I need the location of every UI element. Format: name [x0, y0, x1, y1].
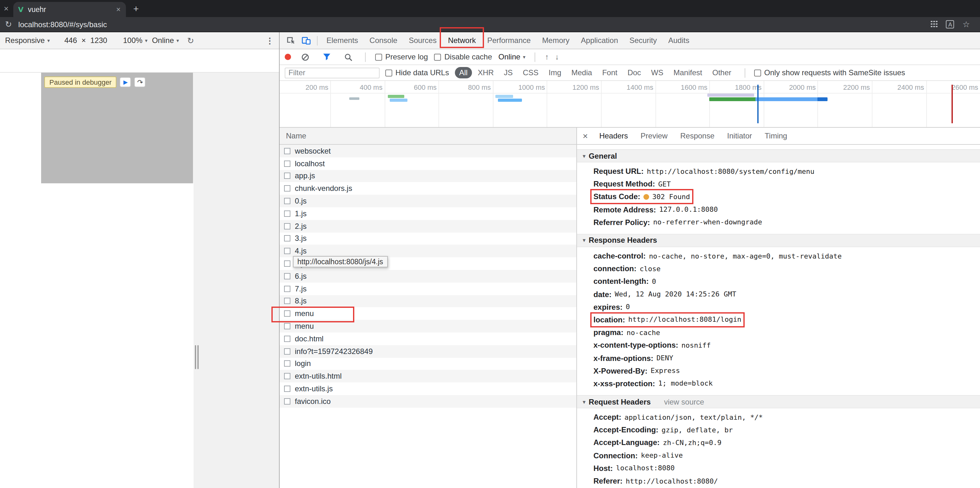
- request-row[interactable]: 8.js: [280, 295, 576, 307]
- header-key: Status Code:: [593, 192, 640, 201]
- request-name: chunk-vendors.js: [295, 184, 352, 193]
- request-table-header[interactable]: Name: [280, 128, 576, 145]
- request-row[interactable]: extn-utils.js: [280, 382, 576, 395]
- request-row[interactable]: 7.js: [280, 282, 576, 295]
- step-over-button[interactable]: ↷: [134, 77, 146, 87]
- bookmark-star-icon[interactable]: ☆: [963, 20, 970, 29]
- page-scrollbar-handle[interactable]: [197, 345, 199, 369]
- resource-filter-pill[interactable]: JS: [500, 67, 517, 78]
- network-throttling-select[interactable]: Online ▾: [498, 52, 525, 61]
- devtools-tab[interactable]: Security: [624, 32, 663, 49]
- section-header[interactable]: ▾ Response Headers: [577, 234, 980, 247]
- request-row[interactable]: menu: [280, 320, 576, 333]
- request-row[interactable]: 4.js: [280, 245, 576, 258]
- reload-icon[interactable]: ↻: [5, 20, 12, 29]
- request-row[interactable]: chunk-vendors.js: [280, 182, 576, 195]
- request-row[interactable]: menu: [280, 307, 576, 320]
- details-tab[interactable]: Initiator: [722, 127, 758, 144]
- waterfall-bar: [818, 97, 827, 101]
- browser-tab[interactable]: V vuehr ×: [13, 2, 126, 17]
- request-row[interactable]: info?t=1597242326849: [280, 345, 576, 358]
- section-header[interactable]: ▾ Request Headers view source: [577, 395, 980, 408]
- devtools-tab[interactable]: Memory: [536, 32, 576, 49]
- devtools-tab[interactable]: Console: [364, 32, 403, 49]
- resource-filter-pill[interactable]: WS: [647, 67, 668, 78]
- resource-filter-pill[interactable]: Font: [598, 67, 622, 78]
- clear-button[interactable]: [298, 49, 313, 65]
- resource-filter-pill[interactable]: Other: [708, 67, 736, 78]
- section-header[interactable]: ▾ General: [577, 149, 980, 162]
- preserve-log-checkbox[interactable]: Preserve log: [375, 52, 428, 61]
- request-row[interactable]: 6.js: [280, 270, 576, 282]
- device-mode-select[interactable]: Responsive ▾: [5, 36, 50, 45]
- details-tab[interactable]: Timing: [759, 127, 793, 144]
- network-overview-timeline[interactable]: 200 ms 400 ms 600 ms 800 ms 1000 ms: [280, 81, 980, 128]
- inspect-element-button[interactable]: [283, 33, 299, 48]
- header-line-content: Remote Address: 127.0.0.1:8080: [593, 205, 718, 214]
- header-key: Host:: [593, 464, 613, 473]
- devtools-tab[interactable]: Application: [575, 32, 624, 49]
- url-text[interactable]: localhost:8080/#/sys/basic: [18, 20, 931, 29]
- resource-filter-pill[interactable]: Media: [567, 67, 596, 78]
- resume-script-button[interactable]: ▶: [120, 77, 131, 87]
- resource-filter-pill[interactable]: Doc: [623, 67, 646, 78]
- resource-filter-pill[interactable]: All: [455, 67, 472, 78]
- rotate-viewport-icon[interactable]: ↻: [187, 36, 194, 45]
- resource-filter-pill[interactable]: CSS: [519, 67, 543, 78]
- devtools-tab[interactable]: Elements: [321, 32, 364, 49]
- page-scrollbar[interactable]: [195, 345, 196, 369]
- request-row[interactable]: login: [280, 358, 576, 370]
- request-row[interactable]: localhost: [280, 157, 576, 170]
- paused-in-debugger-toast: Paused in debugger ▶ ↷: [44, 76, 146, 88]
- resource-filter-pill[interactable]: Img: [544, 67, 566, 78]
- request-row[interactable]: websocket: [280, 145, 576, 157]
- zoom-select[interactable]: 100% ▾: [123, 36, 147, 45]
- device-toolbar-menu-icon[interactable]: ⋮: [266, 36, 274, 45]
- close-icon[interactable]: ×: [4, 4, 8, 13]
- devtools-tab[interactable]: Network: [442, 32, 482, 49]
- samesite-checkbox[interactable]: Only show requests with SameSite issues: [754, 68, 905, 77]
- apps-grid-icon[interactable]: [931, 21, 938, 28]
- view-source-link[interactable]: view source: [664, 397, 704, 406]
- request-row[interactable]: 0.js: [280, 195, 576, 208]
- record-button[interactable]: [285, 54, 291, 60]
- network-toolbar: Preserve log Disable cache Online ▾ ↑ ↓: [280, 49, 980, 65]
- import-har-button[interactable]: ↑: [545, 52, 549, 61]
- disable-cache-checkbox[interactable]: Disable cache: [434, 52, 492, 61]
- details-tab[interactable]: Headers: [593, 127, 634, 144]
- export-har-button[interactable]: ↓: [555, 52, 559, 61]
- throttling-select-device[interactable]: Online ▾: [152, 36, 179, 45]
- request-row[interactable]: favicon.ico: [280, 395, 576, 408]
- request-name: extn-utils.html: [295, 372, 342, 380]
- details-tab[interactable]: Response: [675, 127, 720, 144]
- header-line: X-Powered-By: Express: [593, 364, 980, 377]
- devtools-tab[interactable]: Performance: [482, 32, 536, 49]
- filter-toggle-button[interactable]: [319, 49, 334, 65]
- device-toolbar-toggle-button[interactable]: [299, 33, 314, 48]
- translate-icon[interactable]: A: [946, 20, 955, 29]
- viewport-height-field[interactable]: 1230: [91, 36, 107, 45]
- network-filter-bar: Hide data URLs All XHR JS CSS Img Media …: [280, 65, 980, 81]
- viewport-width-field[interactable]: 446: [64, 36, 77, 45]
- devtools-tab[interactable]: Sources: [403, 32, 442, 49]
- request-row[interactable]: 1.js: [280, 208, 576, 220]
- request-row[interactable]: app.js: [280, 170, 576, 182]
- details-tab[interactable]: Preview: [635, 127, 673, 144]
- file-icon: [284, 260, 290, 267]
- request-row[interactable]: 3.js: [280, 232, 576, 245]
- resource-filter-pill[interactable]: Manifest: [669, 67, 707, 78]
- hide-data-urls-checkbox[interactable]: Hide data URLs: [385, 68, 449, 77]
- tab-close-icon[interactable]: ×: [116, 5, 121, 14]
- new-tab-button[interactable]: +: [133, 3, 139, 14]
- request-row[interactable]: extn-utils.html: [280, 370, 576, 383]
- filter-input[interactable]: [285, 67, 380, 78]
- request-row[interactable]: doc.html: [280, 333, 576, 345]
- search-icon[interactable]: [340, 49, 356, 65]
- waterfall-bar: [349, 97, 360, 100]
- request-row[interactable]: 2.js: [280, 220, 576, 233]
- close-details-icon[interactable]: ×: [583, 131, 588, 141]
- resource-filter-pill[interactable]: XHR: [473, 67, 498, 78]
- header-value: no-cache: [627, 328, 660, 337]
- devtools-tab[interactable]: Audits: [662, 32, 695, 49]
- details-tab-bar: × Headers Preview Response Initiator Tim…: [577, 128, 980, 145]
